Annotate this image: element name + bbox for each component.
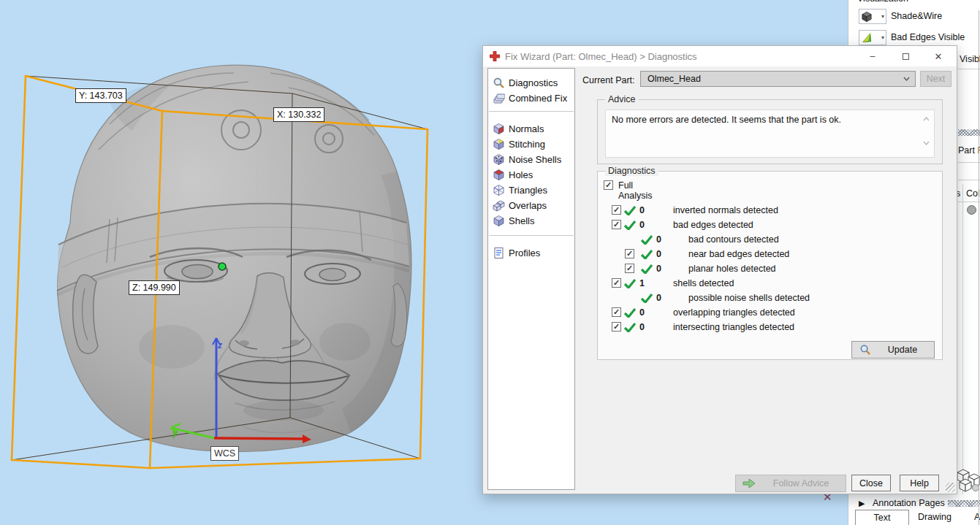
part-color-swatch[interactable] <box>967 205 976 215</box>
cube-red-top-icon <box>493 169 505 181</box>
z-axis-letter: z <box>218 340 222 350</box>
green-check-icon <box>641 294 653 303</box>
section-separator-hatch <box>958 129 980 136</box>
sidebar-item-diagnostics[interactable]: Diagnostics <box>493 75 573 90</box>
visible-label-fragment: Visible <box>960 54 980 64</box>
scroll-down-icon[interactable] <box>921 138 931 148</box>
chevron-down-icon: ▾ <box>881 13 884 20</box>
sidebar-item-label: Combined Fix <box>509 93 567 104</box>
bad-edges-visible-label: Bad Edges Visible <box>891 32 965 42</box>
green-check-icon <box>624 221 636 230</box>
bbox-z-dimension-label: Z: 149.990 <box>129 280 180 295</box>
green-check-icon <box>641 264 653 274</box>
advice-text: No more errors are detected. It seems th… <box>612 115 916 125</box>
cube-wireframe-icon <box>493 184 505 196</box>
row-checkbox[interactable]: ✓ <box>612 220 621 229</box>
part-fixing-label-fragment: Part Fi <box>958 145 980 156</box>
update-label: Update <box>871 345 934 355</box>
diagnostic-row: ✓ 0 bad edges detected <box>598 218 942 233</box>
shade-wire-button[interactable]: ▾ <box>859 9 886 24</box>
maximize-icon <box>903 53 909 60</box>
sidebar-item-overlaps[interactable]: Overlaps <box>493 198 573 212</box>
double-cube-icon <box>493 199 505 212</box>
error-count: 0 <box>656 249 661 259</box>
error-count: 0 <box>639 220 645 230</box>
chevron-down-icon <box>903 77 910 81</box>
sidebar-item-label: Profiles <box>509 248 540 258</box>
minimize-button[interactable]: – <box>860 46 885 66</box>
row-checkbox[interactable]: ✓ <box>625 264 634 273</box>
sidebar-item-label: Stitching <box>509 139 545 150</box>
follow-advice-label: Follow Advice <box>756 478 846 488</box>
close-button[interactable]: Close <box>851 475 891 491</box>
maximize-button[interactable] <box>893 46 918 66</box>
error-count: 0 <box>639 307 645 318</box>
bbox-x-dimension-label: X: 130.332 <box>273 107 324 122</box>
magnifier-icon <box>493 77 505 89</box>
resize-grip[interactable] <box>946 483 955 492</box>
error-count: 0 <box>639 205 645 215</box>
current-part-dropdown[interactable]: Olmec_Head <box>640 71 916 87</box>
diagnostic-label: shells detected <box>673 278 734 288</box>
annotation-pages-header[interactable]: Annotation Pages <box>873 498 945 508</box>
green-check-icon <box>641 250 653 259</box>
tab-drawing[interactable]: Drawing <box>918 512 951 522</box>
sidebar-separator <box>489 235 574 236</box>
point-marker <box>219 263 226 270</box>
sidebar-item-combined-fix[interactable]: Combined Fix <box>493 91 573 105</box>
row-checkbox[interactable]: ✓ <box>625 249 634 258</box>
expand-triangle-icon[interactable]: ▶ <box>859 499 865 508</box>
shaded-cube-icon <box>861 11 873 23</box>
sidebar-item-noise-shells[interactable]: Noise Shells <box>493 152 573 166</box>
sidebar-item-stitching[interactable]: Stitching <box>493 137 573 151</box>
sidebar-item-label: Holes <box>509 169 533 180</box>
sidebar-item-profiles[interactable]: Profiles <box>493 245 573 260</box>
fix-wizard-sidebar: Diagnostics Combined Fix Normals <box>487 68 575 490</box>
row-checkbox[interactable]: ✓ <box>612 278 621 288</box>
row-checkbox[interactable]: ✓ <box>612 307 621 317</box>
sidebar-item-triangles[interactable]: Triangles <box>493 183 573 197</box>
bbox-y-dimension-label: Y: 143.703 <box>75 88 126 103</box>
diagnostic-label: overlapping triangles detected <box>673 307 795 318</box>
column-divider <box>962 184 963 494</box>
green-check-icon <box>624 308 636 318</box>
bad-edges-visible-button[interactable]: ▾ <box>859 30 886 45</box>
green-check-icon <box>624 279 636 288</box>
visualization-section-header: Visualization <box>857 0 908 4</box>
tab-text[interactable]: Text <box>855 510 909 525</box>
shade-wire-label: Shade&Wire <box>891 11 942 21</box>
wcs-label: WCS <box>210 446 239 461</box>
full-analysis-checkbox[interactable]: ✓ <box>604 180 613 190</box>
sidebar-item-shells[interactable]: Shells <box>493 213 573 228</box>
chevron-down-icon: ▾ <box>881 34 884 41</box>
green-check-icon <box>641 235 653 245</box>
scroll-up-icon[interactable] <box>921 114 931 124</box>
diagnostic-row: 0 possible noise shells detected <box>598 291 942 306</box>
window-edge <box>979 10 979 525</box>
follow-advice-button[interactable]: Follow Advice <box>735 475 846 492</box>
section-separator-hatch <box>948 500 980 507</box>
sidebar-item-label: Shells <box>509 215 534 226</box>
close-window-button[interactable]: ✕ <box>926 46 951 66</box>
divider <box>958 180 980 180</box>
update-button[interactable]: Update <box>851 341 935 359</box>
dialog-titlebar[interactable]: Fix Wizard (Part: Olmec_Head) > Diagnost… <box>483 46 957 66</box>
advice-group-title: Advice <box>605 94 639 104</box>
advice-textarea: No more errors are detected. It seems th… <box>605 110 935 158</box>
current-part-value: Olmec_Head <box>647 74 701 84</box>
help-button[interactable]: Help <box>900 475 939 491</box>
fix-wizard-cross-icon <box>490 51 500 61</box>
olmec-head-scene <box>0 0 482 525</box>
full-analysis-label: Full Analysis <box>618 180 653 201</box>
sidebar-item-normals[interactable]: Normals <box>493 121 573 136</box>
row-checkbox[interactable]: ✓ <box>612 205 621 215</box>
current-part-label: Current Part: <box>582 75 635 85</box>
sidebar-item-holes[interactable]: Holes <box>493 167 573 182</box>
sidebar-item-label: Diagnostics <box>509 77 558 88</box>
diagnostic-label: planar holes detected <box>688 264 776 274</box>
next-button[interactable]: Next <box>920 71 951 87</box>
divider <box>958 162 980 163</box>
row-checkbox[interactable]: ✓ <box>612 322 621 332</box>
divider <box>958 69 980 69</box>
advice-groupbox: Advice No more errors are detected. It s… <box>597 99 943 164</box>
